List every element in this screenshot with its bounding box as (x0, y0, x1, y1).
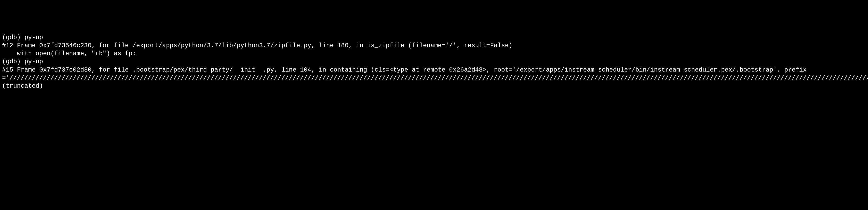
terminal-line: (gdb) py-up (2, 57, 866, 65)
terminal-line: with open(filename, "rb") as fp: (2, 50, 866, 57)
terminal-line: #15 Frame 0x7fd737c02d30, for file .boot… (2, 66, 866, 90)
terminal-line: #12 Frame 0x7fd73546c230, for file /expo… (2, 42, 866, 50)
terminal-line: (gdb) py-up (2, 33, 866, 42)
terminal-output: (gdb) py-up#12 Frame 0x7fd73546c230, for… (2, 33, 866, 90)
